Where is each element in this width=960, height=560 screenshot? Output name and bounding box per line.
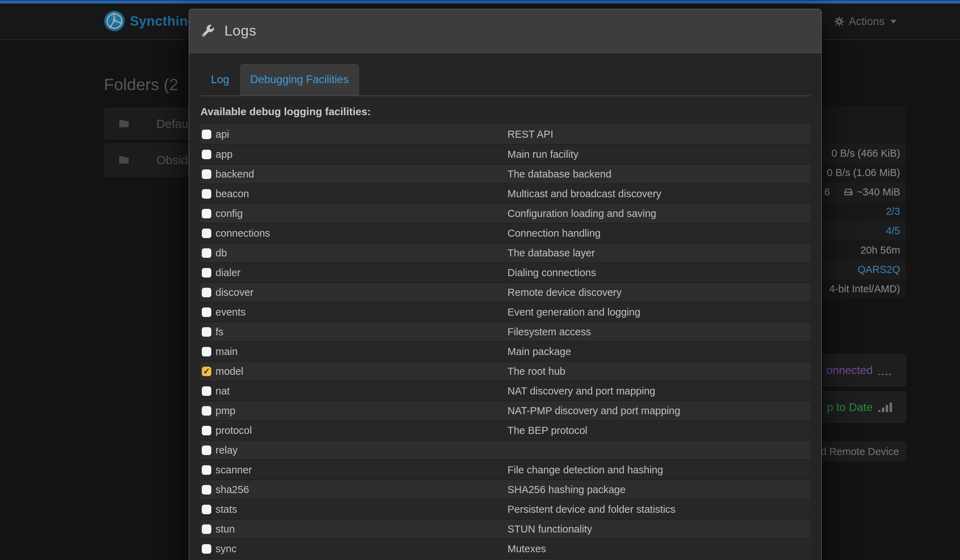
facility-name[interactable]: discover <box>216 287 507 298</box>
facility-checkbox[interactable] <box>202 209 211 218</box>
facilities-table: api REST API app Main run facility backe… <box>200 124 811 560</box>
facility-row: sync Mutexes <box>200 539 811 558</box>
facility-description: Event generation and logging <box>507 306 640 318</box>
facility-name[interactable]: scanner <box>216 464 507 476</box>
facility-checkbox[interactable] <box>202 327 211 337</box>
facility-description: REST API <box>507 128 553 140</box>
facility-checkbox[interactable] <box>202 288 211 297</box>
facility-name[interactable]: connections <box>216 227 507 239</box>
facility-description: Multicast and broadcast discovery <box>507 188 661 200</box>
checkmark-icon: ✓ <box>203 367 210 376</box>
tab-label: Log <box>211 73 229 86</box>
folder-icon <box>118 117 130 130</box>
facility-name[interactable]: nat <box>216 385 507 397</box>
facility-row: config Configuration loading and saving <box>200 203 811 223</box>
facility-name[interactable]: db <box>216 247 507 259</box>
facility-name[interactable]: model <box>216 366 507 377</box>
facility-row: api REST API <box>200 124 811 144</box>
stat-value: 2/3 <box>886 206 900 217</box>
facility-checkbox[interactable] <box>202 229 211 238</box>
stat-value: 20h 56m <box>860 245 900 256</box>
facility-row: dialer Dialing connections <box>200 262 811 282</box>
facility-checkbox[interactable] <box>202 465 211 475</box>
facility-checkbox[interactable] <box>202 446 211 455</box>
modal-tab[interactable]: Debugging Facilities <box>240 64 359 96</box>
facility-description: The database layer <box>507 247 595 259</box>
modal-title: Logs <box>224 22 256 39</box>
facility-row: backend The database backend <box>200 164 811 184</box>
facility-description: Connection handling <box>507 227 600 239</box>
facility-checkbox[interactable] <box>202 307 211 317</box>
facility-row: ✓ model The root hub <box>200 361 811 381</box>
facility-row: app Main run facility <box>200 144 811 164</box>
facility-name[interactable]: events <box>216 306 507 318</box>
facility-name[interactable]: relay <box>216 445 507 456</box>
facility-description: The database backend <box>507 168 611 180</box>
facility-checkbox[interactable] <box>202 150 211 159</box>
brand-link[interactable]: Syncthing <box>104 11 196 32</box>
facility-description: NAT-PMP discovery and port mapping <box>507 405 680 417</box>
facility-row: nat NAT discovery and port mapping <box>200 381 811 400</box>
stat-value: 0 B/s (466 KiB) <box>832 147 900 159</box>
stat-value: ~340 MiB <box>857 186 900 198</box>
signal-bars-icon <box>878 402 893 413</box>
syncthing-app: Syncthing Actions Folders (2 Default <box>0 0 960 560</box>
facility-name[interactable]: sha256 <box>216 484 507 496</box>
facility-name[interactable]: backend <box>216 168 507 180</box>
facility-description: Configuration loading and saving <box>507 208 656 219</box>
facility-checkbox[interactable] <box>202 248 211 258</box>
syncthing-logo-icon <box>104 11 125 32</box>
facility-description: Persistent device and folder statistics <box>507 504 675 515</box>
facility-row: connections Connection handling <box>200 223 811 243</box>
facility-name[interactable]: pmp <box>216 405 507 417</box>
facility-checkbox[interactable] <box>202 386 211 396</box>
facility-description: NAT discovery and port mapping <box>507 385 655 397</box>
facility-checkbox[interactable] <box>202 130 211 139</box>
stat-value: 4/5 <box>886 225 900 236</box>
facility-name[interactable]: beacon <box>216 188 507 200</box>
facility-checkbox[interactable] <box>202 485 211 494</box>
actions-menu-button[interactable]: Actions <box>834 3 897 40</box>
facility-checkbox[interactable] <box>202 347 211 357</box>
actions-label: Actions <box>849 15 885 28</box>
facility-name[interactable]: sync <box>216 543 507 555</box>
facility-name[interactable]: config <box>216 208 507 219</box>
facility-row: stats Persistent device and folder stati… <box>200 499 811 519</box>
facility-checkbox[interactable] <box>202 406 211 416</box>
facility-checkbox[interactable]: ✓ <box>202 366 211 376</box>
logs-modal-header: Logs <box>189 9 821 53</box>
facility-row: relay <box>200 440 811 460</box>
facility-checkbox[interactable] <box>202 544 211 554</box>
modal-tab[interactable]: Log <box>200 64 240 96</box>
facility-description: STUN functionality <box>507 523 592 535</box>
facility-name[interactable]: api <box>216 128 507 140</box>
facility-checkbox[interactable] <box>202 525 211 534</box>
facility-name[interactable]: dialer <box>216 267 507 278</box>
facility-description: Mutexes <box>507 543 546 555</box>
facility-name[interactable]: app <box>216 149 507 160</box>
facility-checkbox[interactable] <box>202 189 211 198</box>
folders-heading: Folders (2 <box>104 75 179 94</box>
stat-value: QARS2Q <box>858 264 900 275</box>
logs-modal-body: Log Debugging Facilities Available debug… <box>189 64 821 560</box>
device-status-disconnected: onnected <box>826 364 873 377</box>
device-status-up-to-date: p to Date <box>827 401 873 414</box>
facility-name[interactable]: main <box>216 346 507 357</box>
facility-row: protocol The BEP protocol <box>200 420 811 440</box>
facilities-heading: Available debug logging facilities: <box>200 105 811 118</box>
facility-row: main Main package <box>200 341 811 361</box>
facility-checkbox[interactable] <box>202 170 211 179</box>
tab-label: Debugging Facilities <box>250 73 349 86</box>
facility-name[interactable]: stun <box>216 523 507 535</box>
facility-name[interactable]: stats <box>216 504 507 515</box>
facility-row: stun STUN functionality <box>200 519 811 539</box>
facility-name[interactable]: fs <box>216 326 507 338</box>
facility-row: scanner File change detection and hashin… <box>200 460 811 479</box>
facility-checkbox[interactable] <box>202 268 211 278</box>
facility-row: pmp NAT-PMP discovery and port mapping <box>200 400 811 420</box>
facility-description: Main package <box>507 346 571 357</box>
facility-checkbox[interactable] <box>202 426 211 435</box>
facility-name[interactable]: protocol <box>216 425 507 436</box>
facility-row: db The database layer <box>200 243 811 262</box>
facility-checkbox[interactable] <box>202 505 211 514</box>
